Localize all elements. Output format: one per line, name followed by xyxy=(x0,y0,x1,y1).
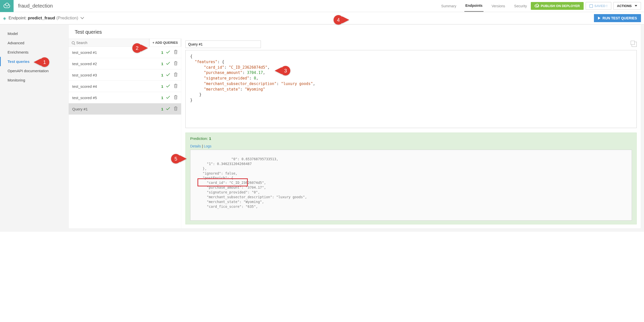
endpoint-type: (Prediction) xyxy=(56,16,78,20)
chevron-down-icon xyxy=(80,16,84,19)
query-row[interactable]: test_scored #31 xyxy=(69,69,181,81)
query-detail-panel: { "features": { "card_id": "C_ID_2362607… xyxy=(181,38,641,228)
top-actions: PUBLISH ON DEPLOYER SAVED ! ACTIONS xyxy=(531,2,644,10)
prediction-panel: Prediction: 1 Details | Logs "0": 0.6537… xyxy=(185,133,637,224)
query-row-count: 1 xyxy=(161,107,163,111)
trash-icon[interactable] xyxy=(174,61,178,66)
saved-indicator: SAVED ! xyxy=(586,2,611,10)
query-row[interactable]: test_scored #11 xyxy=(69,47,181,58)
cloud-icon xyxy=(4,4,10,8)
sidebar-item-model[interactable]: Model xyxy=(0,29,68,38)
query-row-name: test_scored #5 xyxy=(72,96,161,100)
top-tabs: Summary Endpoints Versions Security xyxy=(440,0,531,12)
prediction-result-code: "0": 0.653768795733513, "1": 0.346231204… xyxy=(190,150,632,221)
query-row[interactable]: test_scored #21 xyxy=(69,58,181,69)
page-title: fraud_detection xyxy=(14,3,53,9)
endpoint-name: predict_fraud xyxy=(28,16,55,20)
query-row-name: test_scored #2 xyxy=(72,62,161,66)
callout-3: 3 xyxy=(275,66,290,75)
query-row-count: 1 xyxy=(161,73,163,77)
save-icon xyxy=(589,4,593,8)
query-row-name: test_scored #4 xyxy=(72,84,161,89)
callout-1: 1 xyxy=(34,57,49,67)
query-list: test_scored #11test_scored #21test_score… xyxy=(69,47,181,115)
run-label: RUN TEST QUERIES xyxy=(602,16,637,20)
endpoint-bar: ◈ Endpoint: predict_fraud (Prediction) R… xyxy=(0,12,644,24)
chevron-down-icon xyxy=(635,5,637,7)
tab-endpoints[interactable]: Endpoints xyxy=(464,0,484,12)
prediction-value: 1 xyxy=(209,136,211,141)
search-row: + ADD QUERIES xyxy=(69,38,181,47)
check-icon xyxy=(166,96,170,100)
body: Model Advanced Enrichments Test queries … xyxy=(0,24,644,232)
add-queries-button[interactable]: + ADD QUERIES xyxy=(149,39,181,47)
highlight-box xyxy=(197,178,248,186)
trash-icon[interactable] xyxy=(174,84,178,89)
tab-versions[interactable]: Versions xyxy=(491,1,506,12)
copy-icon[interactable] xyxy=(632,42,637,47)
app-logo xyxy=(0,0,14,12)
endpoint-selector[interactable]: Endpoint: predict_fraud (Prediction) xyxy=(9,16,84,21)
prediction-label: Prediction: xyxy=(190,136,208,141)
top-bar: fraud_detection Summary Endpoints Versio… xyxy=(0,0,644,12)
callout-2: 2 xyxy=(132,43,148,53)
main-title: Test queries xyxy=(69,25,641,38)
actions-dropdown[interactable]: ACTIONS xyxy=(613,2,641,10)
query-row-name: Query #1 xyxy=(72,107,161,111)
callout-4: 4 xyxy=(334,15,349,25)
endpoint-prefix: Endpoint: xyxy=(9,16,27,20)
actions-label: ACTIONS xyxy=(617,4,632,8)
logs-link[interactable]: Logs xyxy=(204,144,211,148)
publish-label: PUBLISH ON DEPLOYER xyxy=(541,4,580,8)
query-row[interactable]: test_scored #51 xyxy=(69,92,181,103)
query-row-count: 1 xyxy=(161,62,163,66)
query-name-input[interactable] xyxy=(185,41,261,48)
publish-button[interactable]: PUBLISH ON DEPLOYER xyxy=(531,2,583,10)
endpoint-icon: ◈ xyxy=(3,16,6,21)
check-icon xyxy=(166,107,170,111)
query-row-name: test_scored #3 xyxy=(72,73,161,77)
details-link[interactable]: Details xyxy=(190,144,201,148)
prediction-header: Prediction: 1 xyxy=(190,136,632,141)
query-name-row xyxy=(185,38,637,50)
trash-icon[interactable] xyxy=(174,106,178,111)
main-panel: Test queries + ADD QUERIES test_scored #… xyxy=(68,24,641,229)
sidebar-item-advanced[interactable]: Advanced xyxy=(0,38,68,48)
tab-security[interactable]: Security xyxy=(513,1,528,12)
query-body-editor[interactable]: { "features": { "card_id": "C_ID_2362607… xyxy=(185,50,637,128)
query-row-count: 1 xyxy=(161,50,163,55)
trash-icon[interactable] xyxy=(174,50,178,55)
sidebar-item-enrichments[interactable]: Enrichments xyxy=(0,48,68,57)
run-test-queries-button[interactable]: RUN TEST QUERIES xyxy=(594,14,641,22)
check-icon xyxy=(166,62,170,66)
prediction-links: Details | Logs xyxy=(190,144,632,148)
check-icon xyxy=(166,73,170,77)
cloud-icon xyxy=(535,5,539,7)
tab-summary[interactable]: Summary xyxy=(440,1,457,12)
check-icon xyxy=(166,50,170,55)
play-icon xyxy=(598,17,600,20)
query-row-count: 1 xyxy=(161,96,163,100)
query-row[interactable]: test_scored #41 xyxy=(69,81,181,92)
trash-icon[interactable] xyxy=(174,95,178,100)
search-icon xyxy=(72,41,75,44)
trash-icon[interactable] xyxy=(174,72,178,77)
sidebar: Model Advanced Enrichments Test queries … xyxy=(0,24,68,89)
sidebar-item-monitoring[interactable]: Monitoring xyxy=(0,75,68,85)
query-list-panel: + ADD QUERIES test_scored #11test_scored… xyxy=(69,38,181,228)
callout-5: 5 xyxy=(171,154,187,164)
query-row-count: 1 xyxy=(161,84,163,89)
saved-label: SAVED ! xyxy=(594,4,608,8)
check-icon xyxy=(166,84,170,89)
sidebar-item-openapi[interactable]: OpenAPI documentation xyxy=(0,66,68,75)
query-row[interactable]: Query #11 xyxy=(69,103,181,115)
main-columns: + ADD QUERIES test_scored #11test_scored… xyxy=(69,38,641,228)
